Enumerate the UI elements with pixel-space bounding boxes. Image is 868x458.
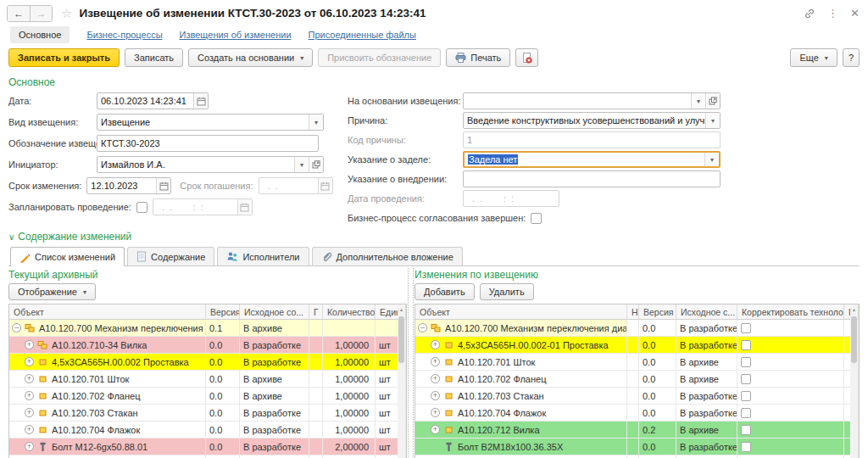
- dropdown-caret-icon[interactable]: ▾: [691, 93, 705, 109]
- cancel-posting-button[interactable]: [515, 48, 538, 67]
- column-header[interactable]: Объект: [415, 304, 627, 320]
- schedule-posting-checkbox[interactable]: [136, 202, 147, 213]
- vertical-scrollbar[interactable]: ▲: [398, 305, 405, 458]
- display-button[interactable]: Отображение▾: [8, 283, 96, 300]
- reason-code-field[interactable]: 1: [463, 131, 721, 148]
- vertical-scrollbar[interactable]: ▲: [850, 305, 858, 458]
- correct-technology-checkbox[interactable]: [741, 408, 751, 418]
- forward-icon[interactable]: →: [30, 6, 52, 21]
- dropdown-caret-icon[interactable]: ▾: [705, 113, 720, 128]
- dropdown-caret-icon[interactable]: ▾: [294, 157, 309, 172]
- table-row[interactable]: +Болт М12-6gх50.88.010.0В разработке2,00…: [9, 438, 406, 455]
- more-button[interactable]: Еще▾: [790, 48, 837, 67]
- expand-node-icon[interactable]: +: [431, 425, 440, 434]
- calendar-icon[interactable]: [237, 199, 252, 215]
- table-row[interactable]: +4,5х3СА565Н.00.002-01 Проставка0.0В раз…: [415, 337, 859, 354]
- tab-main[interactable]: Основное: [10, 26, 70, 43]
- calendar-icon[interactable]: [318, 178, 332, 193]
- based-on-field[interactable]: ▾: [463, 92, 721, 109]
- calendar-icon[interactable]: [193, 93, 208, 109]
- dropdown-caret-icon[interactable]: ▾: [704, 153, 719, 166]
- favorite-star-icon[interactable]: ☆: [61, 6, 72, 21]
- correct-technology-checkbox[interactable]: [741, 391, 751, 401]
- create-based-on-button[interactable]: Создать на основании▾: [188, 48, 313, 67]
- table-row[interactable]: −A10.120.700 Механизм переключения диа..…: [9, 320, 406, 337]
- open-form-icon[interactable]: [705, 93, 720, 109]
- schedule-date-field[interactable]: . . : :: [153, 198, 253, 215]
- correct-technology-checkbox[interactable]: [741, 357, 751, 367]
- close-icon[interactable]: ✕: [850, 7, 860, 20]
- column-header[interactable]: Версия: [206, 304, 240, 320]
- open-form-icon[interactable]: [309, 157, 323, 172]
- designation-field[interactable]: КТСТ.30-2023: [97, 135, 319, 152]
- menu-kebab-icon[interactable]: ⋮: [827, 7, 838, 20]
- save-button[interactable]: Записать: [125, 48, 183, 67]
- tab-attached-files[interactable]: Присоединенные файлы: [309, 30, 416, 40]
- collapse-node-icon[interactable]: −: [12, 323, 21, 332]
- correct-technology-checkbox[interactable]: [741, 340, 751, 350]
- scroll-up-icon[interactable]: ▲: [850, 305, 858, 315]
- expand-node-icon[interactable]: +: [431, 408, 440, 417]
- expand-node-icon[interactable]: +: [431, 374, 440, 383]
- tab-content[interactable]: Содержание: [127, 247, 214, 265]
- expand-node-icon[interactable]: +: [25, 408, 34, 417]
- expand-node-icon[interactable]: +: [25, 340, 34, 349]
- table-row[interactable]: +А10.120.703 Стакан0.0В разработке1,0000…: [9, 405, 406, 422]
- section-title-changes[interactable]: ∨Содержание изменений: [8, 231, 860, 243]
- column-header[interactable]: Корректировать технологию: [737, 304, 844, 320]
- expand-node-icon[interactable]: +: [25, 357, 34, 366]
- column-header[interactable]: Исходное с...: [676, 304, 737, 320]
- save-and-close-button[interactable]: Записать и закрыть: [8, 48, 120, 67]
- column-header[interactable]: Н: [627, 304, 639, 320]
- implementation-note-field[interactable]: [463, 170, 721, 187]
- table-row[interactable]: +4,5х3СА565Н.00.002 Проставка0.0В разраб…: [9, 354, 406, 371]
- column-header[interactable]: Исходное со...: [240, 304, 309, 320]
- column-header[interactable]: Г: [309, 304, 323, 320]
- scrollbar-thumb[interactable]: [851, 316, 857, 363]
- table-row[interactable]: +А10.120.703 Стакан0.0В разработке: [415, 388, 859, 405]
- table-row[interactable]: +А10.120.702 Фланец0.0В архиве: [415, 371, 859, 388]
- tab-change-list[interactable]: Список изменений: [10, 247, 125, 266]
- tab-business-processes[interactable]: Бизнес-процессы: [86, 30, 162, 40]
- print-button[interactable]: Печать: [446, 48, 510, 67]
- column-header[interactable]: Версия: [639, 304, 676, 320]
- table-row[interactable]: −A10.120.700 Механизм переключения диапа…: [415, 320, 859, 337]
- reserve-note-field[interactable]: Задела нет ▾: [463, 151, 721, 168]
- correct-technology-checkbox[interactable]: [741, 425, 751, 435]
- change-due-field[interactable]: 12.10.2023: [86, 177, 171, 194]
- tab-executors[interactable]: Исполнители: [217, 247, 309, 265]
- expand-node-icon[interactable]: +: [25, 442, 34, 451]
- table-row[interactable]: +A10.120.710-34 Вилка0.0В разработке1,00…: [9, 337, 406, 354]
- back-icon[interactable]: ←: [8, 6, 30, 21]
- initiator-field[interactable]: Измайлов И.А. ▾: [97, 156, 324, 173]
- tab-extra-attachment[interactable]: Дополнительное вложение: [312, 247, 463, 265]
- date-field[interactable]: 06.10.2023 14:23:41: [97, 92, 209, 109]
- column-header[interactable]: Количество: [323, 304, 376, 320]
- correct-technology-checkbox[interactable]: [741, 323, 751, 333]
- expand-node-icon[interactable]: +: [25, 425, 34, 434]
- calendar-icon[interactable]: [156, 178, 170, 193]
- delete-button[interactable]: Удалить: [480, 283, 534, 300]
- column-header[interactable]: Объект: [9, 304, 206, 320]
- table-row[interactable]: Болт В2М18х100.36.35Х0.0В разработке: [415, 438, 859, 455]
- notice-kind-field[interactable]: Извещение ▾: [97, 114, 324, 131]
- scrollbar-thumb[interactable]: [398, 316, 404, 363]
- table-row[interactable]: +А10.120.704 Флажок0.0В разработке1,0000…: [9, 422, 406, 438]
- add-button[interactable]: Добавить: [415, 283, 475, 300]
- expand-node-icon[interactable]: +: [25, 391, 34, 400]
- help-button[interactable]: ?: [843, 48, 860, 67]
- scroll-up-icon[interactable]: ▲: [398, 305, 405, 315]
- table-row[interactable]: +А10.120.701 Шток0.0В архиве1,00000шт: [9, 371, 406, 388]
- table-row[interactable]: +А10.120.701 Шток0.0В архиве: [415, 354, 859, 371]
- expand-node-icon[interactable]: +: [431, 357, 440, 366]
- collapse-node-icon[interactable]: −: [418, 323, 427, 332]
- panel-splitter[interactable]: [408, 268, 414, 458]
- bp-finished-checkbox[interactable]: [531, 213, 542, 224]
- tab-change-notices[interactable]: Извещения об изменении: [180, 30, 292, 40]
- reason-field[interactable]: Введение конструктивных усовершенствован…: [463, 112, 721, 129]
- assign-designation-button[interactable]: Присвоить обозначение: [318, 48, 441, 67]
- table-row[interactable]: +А10.120.712 Вилка0.2В архиве: [415, 422, 859, 438]
- expand-node-icon[interactable]: +: [25, 374, 34, 383]
- link-icon[interactable]: [804, 8, 815, 20]
- table-row[interactable]: +А10.120.702 Фланец0.0В архиве1,00000шт: [9, 388, 406, 405]
